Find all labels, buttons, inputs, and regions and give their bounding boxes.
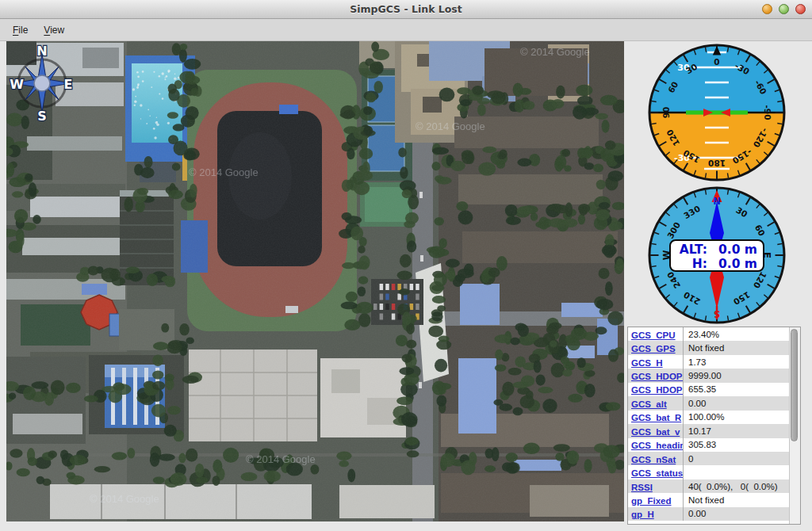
table-row[interactable]: RSSI40( 0.0%), 0( 0.0%) [628,479,789,493]
alt-label: ALT: [680,243,707,257]
table-row[interactable]: GCS_CPU23.40% [628,327,789,341]
rose-s-label: S [37,109,47,124]
window-controls [762,4,806,14]
rose-w-label: W [10,77,24,92]
telemetry-name-cell: GCS_status [628,465,684,479]
telemetry-value-cell: 0 [684,454,789,464]
satellite-map: © 2014 Google© 2014 Google© 2014 Google©… [6,41,624,521]
telemetry-name-cell: GCS_CPU [628,327,684,342]
titlebar[interactable]: SimpGCS - Link Lost [0,0,812,19]
gcs-window: SimpGCS - Link Lost FileView [0,0,812,531]
telemetry-rows: GCS_CPU23.40%GCS_GPSNot fixedGCS_H1.73GC… [628,327,789,524]
table-row[interactable]: GCS_H1.73 [628,355,789,369]
close-button[interactable] [795,4,806,14]
dial-label: 180 [708,159,726,168]
h-value: 0.0 m [718,257,757,271]
table-row[interactable]: GCS_status [628,465,789,479]
h-label: H: [692,257,707,271]
telemetry-name-cell: GCS_HDOP_V [628,382,684,396]
telemetry-value-cell: 23.40% [684,330,789,339]
telemetry-name-cell: GCS_heading [628,437,684,452]
table-row[interactable]: GCS_nSat0 [628,452,789,465]
menu-file[interactable]: File [5,22,36,38]
alt-readout-box: ALT: 0.0 m H: 0.0 m [670,240,764,271]
map-view[interactable]: © 2014 Google© 2014 Google© 2014 Google©… [6,41,624,521]
table-row[interactable]: GCS_heading305.83 [628,438,789,452]
table-row[interactable]: GCS_bat_v10.17 [628,424,789,437]
menubar-items: FileView [5,22,72,38]
telemetry-name-cell: GCS_bat_R [628,410,684,424]
telemetry-value-cell: Not fixed [684,495,789,505]
telemetry-value-cell: 0.00 [684,509,789,518]
telemetry-table: GCS_CPU23.40%GCS_GPSNot fixedGCS_H1.73GC… [627,327,801,525]
telemetry-value-cell: 9999.00 [684,371,789,380]
rose-n-label: N [36,44,47,59]
dial-label: 0 [714,57,719,67]
scrollbar-thumb[interactable] [791,329,798,441]
attitude-sky [649,45,784,113]
rose-e-label: E [64,77,73,92]
telemetry-value-cell: 40( 0.0%), 0( 0.0%) [684,482,789,491]
dial-label: S [714,308,720,319]
alt-value: 0.0 m [718,243,757,257]
dial-label: N [713,196,721,207]
telemetry-name-cell: gp_H [628,506,684,521]
heading-compass: 3060120150210240300330NESW ALT: 0.0 m H:… [647,185,787,325]
table-row [628,521,789,524]
window-title: SimpGCS - Link Lost [0,0,812,19]
minimize-button[interactable] [762,4,772,14]
telemetry-name-cell: GCS_HDOP_H [628,369,684,383]
telemetry-name-cell: GCS_bat_v [628,424,684,438]
attitude-indicator: 30 -30 0306090120150180-150-120-90-60-30 [647,43,787,182]
menu-view[interactable]: View [36,22,72,38]
tint [6,41,624,521]
telemetry-name-cell: RSSI [628,479,684,494]
telemetry-value-cell: 655.35 [684,384,789,394]
table-row[interactable]: GCS_HDOP_H9999.00 [628,369,789,382]
dial-label: -90 [763,105,772,120]
maximize-button[interactable] [779,4,789,14]
telemetry-name-cell: GCS_nSat [628,452,684,466]
telemetry-name-cell: GCS_GPS [628,341,684,355]
telemetry-value-cell: 100.00% [684,412,789,422]
telemetry-value-cell: 0.00 [684,399,789,408]
telemetry-value-cell: 305.83 [684,440,789,449]
telemetry-value-cell: Not fixed [684,343,789,353]
roll-green-bar [686,110,748,114]
telemetry-name-cell: gp_Fixed [628,493,684,507]
menubar: FileView [0,19,812,41]
telemetry-value-cell: 1.73 [684,357,789,367]
table-row[interactable]: GCS_bat_R100.00% [628,411,789,424]
telemetry-value-cell: 10.17 [684,426,789,436]
table-row[interactable]: gp_H0.00 [628,507,789,521]
table-row[interactable]: gp_FixedNot fixed [628,493,789,506]
table-row[interactable]: GCS_alt0.00 [628,396,789,410]
table-scrollbar[interactable] [789,327,800,524]
table-row[interactable]: GCS_HDOP_V655.35 [628,383,789,396]
telemetry-name-cell: GCS_alt [628,396,684,411]
table-row[interactable]: GCS_GPSNot fixed [628,341,789,354]
telemetry-name-cell: GCS_H [628,355,684,369]
dial-label: 90 [661,107,671,119]
